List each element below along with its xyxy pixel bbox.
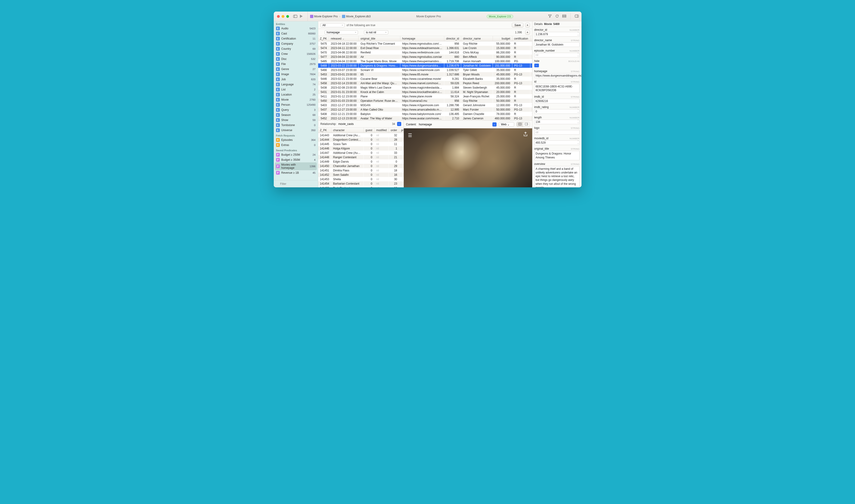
add-condition-button[interactable]: + — [525, 30, 530, 35]
sidebar-item-episodes[interactable]: REpisodes364 — [274, 138, 318, 143]
column-Z_PK[interactable]: Z_PK — [318, 36, 329, 41]
relationship-nav-button[interactable]: › — [397, 122, 401, 126]
column-released[interactable]: released — [329, 36, 358, 41]
sidebar-item-job[interactable]: EJob820 — [274, 77, 318, 82]
rel-table-row[interactable]: 141444Dragonborn Contestant0nil280 — [318, 138, 404, 142]
detail-value-imdb_id[interactable]: tt2906216 — [534, 99, 580, 103]
column-director_name[interactable]: director_name — [461, 36, 493, 41]
share-icon[interactable] — [523, 132, 528, 138]
sidebar-item-crew[interactable]: ECrew156926 — [274, 51, 318, 56]
content-mode-select[interactable]: Web ⌄ — [499, 122, 514, 127]
content-nav-button[interactable]: › — [493, 122, 497, 127]
rel-column-order[interactable]: order — [389, 128, 399, 133]
play-button[interactable] — [298, 14, 304, 19]
minimize-window-button[interactable] — [282, 15, 284, 18]
detail-value-overview[interactable]: A charming thief and a band of unlikely … — [534, 166, 580, 187]
table-row[interactable]: 54312023-01-31 23:00:00Knock at the Cabi… — [318, 90, 532, 94]
sidebar-item-company[interactable]: ECompany3757 — [274, 41, 318, 46]
boolean-toggle[interactable]: − — [534, 64, 539, 67]
content-layout-segment[interactable] — [516, 122, 530, 127]
results-table-wrap[interactable]: Z_PKreleasedoriginal_titlehomepagedirect… — [318, 36, 532, 120]
rel-column-modified[interactable]: modified — [374, 128, 389, 133]
toggle-sidebar-button[interactable] — [292, 14, 298, 19]
predicate-op-select[interactable]: is not nil — [364, 30, 388, 34]
close-window-button[interactable] — [277, 15, 280, 18]
table-row[interactable]: 54582023-02-14 23:00:00Ant-Man and the W… — [318, 81, 532, 85]
sidebar-item-cast[interactable]: ECast80060 — [274, 31, 318, 36]
predicate-attr-select[interactable]: homepage — [325, 30, 358, 34]
detail-value-imdb_rating[interactable]: 0 — [534, 109, 580, 114]
sidebar-item-budget-350m[interactable]: PBudget ≥ 350M4 — [274, 157, 318, 162]
detail-value-episode_number[interactable]: nil — [534, 53, 580, 57]
sidebar-item-language[interactable]: ELanguage74 — [274, 82, 318, 87]
rel-table-row[interactable]: 141455Porb Pirabost0nil121 — [318, 186, 404, 187]
detail-value-id[interactable]: 6E6C1E68-1BE6-4C32-A69E-8C82BFD582DB — [534, 84, 580, 93]
predicate-mode-select[interactable]: All — [320, 23, 345, 27]
sidebar-item-location[interactable]: ELocation25 — [274, 92, 318, 97]
table-row[interactable]: 54742023-04-11 22:00:00Evil Dead Risehtt… — [318, 46, 532, 50]
table-row[interactable]: 54382023-02-08 23:00:00Magic Mike's Last… — [318, 85, 532, 90]
rel-table-row[interactable]: 141448Ranger Contestant0nil210 — [318, 155, 404, 159]
rel-table-row[interactable]: 141449Edgin Darvis0nil01 — [318, 159, 404, 164]
layout-icon[interactable] — [562, 14, 566, 19]
table-row[interactable]: 54772023-04-04 22:00:00Airhttps://www.mg… — [318, 55, 532, 59]
column-homepage[interactable]: homepage — [400, 36, 444, 41]
zoom-window-button[interactable] — [286, 15, 289, 18]
sidebar-item-certification[interactable]: ECertification11 — [274, 36, 318, 41]
detail-value-logo[interactable]: nil — [534, 130, 580, 134]
layout-full-icon[interactable] — [523, 122, 530, 127]
toggle-inspector-button[interactable] — [575, 14, 579, 19]
detail-value-homepage[interactable]: https://www.dungeonsanddragons.movie — [534, 73, 580, 78]
sidebar-item-file[interactable]: EFile2979 — [274, 61, 318, 67]
table-row[interactable]: 54082022-12-21 23:00:00Babylonhttps://ww… — [318, 112, 532, 116]
rel-table-row[interactable]: 141450Chancellor Jarnathan0nil290 — [318, 164, 404, 168]
sidebar-item-image[interactable]: EImage7604 — [274, 72, 318, 77]
relationship-name[interactable]: movie_casts — [338, 122, 390, 126]
table-row[interactable]: 54692023-03-22 23:00:00Dungeons & Dragon… — [318, 64, 532, 68]
filter-icon[interactable] — [548, 14, 552, 19]
rel-table-row[interactable]: 141445Szass Tam0nil111 — [318, 142, 404, 146]
column-certification[interactable]: certification — [512, 36, 530, 41]
sidebar-item-genre[interactable]: EGenre27 — [274, 67, 318, 72]
rel-table-row[interactable]: 141453Sheila0nil300 — [318, 177, 404, 181]
sidebar-item-season[interactable]: ESeason68 — [274, 112, 318, 118]
sidebar-item-disc[interactable]: EDisc532 — [274, 56, 318, 61]
table-row[interactable]: 54032022-12-27 23:00:00M3GANhttps://www.… — [318, 103, 532, 107]
sidebar-item-revenue-1b[interactable]: PRevenue ≥ 1B45 — [274, 170, 318, 175]
sidebar-item-list[interactable]: EList2 — [274, 87, 318, 92]
rel-table-row[interactable]: 141454Barbarian Contestant0nil230 — [318, 181, 404, 186]
crumb-file[interactable]: Movie_Explorer.db3 — [346, 15, 371, 18]
sidebar-item-universe[interactable]: EUniverse350 — [274, 128, 318, 133]
sidebar-item-extras[interactable]: RExtras0 — [274, 143, 318, 148]
web-preview[interactable]: ☰ — [404, 128, 532, 187]
rel-table-row[interactable]: 141447Additional Crew (Australian Dub)0n… — [318, 150, 404, 155]
sidebar-item-movies-with-homepage[interactable]: PMovies with homepage1396 — [275, 162, 317, 170]
sidebar-item-query[interactable]: EQuery3 — [274, 107, 318, 112]
detail-value-original_title[interactable]: Dungeons & Dragons: Honor Among Thieves — [534, 151, 580, 160]
sidebar-item-audio[interactable]: EAudio5423 — [274, 26, 318, 31]
table-row[interactable]: 54852023-04-04 22:00:00The Super Mario B… — [318, 59, 532, 64]
rel-column-character[interactable]: character — [331, 128, 363, 133]
detail-value-length[interactable]: 134 — [534, 120, 580, 124]
detail-value-hide[interactable]: − — [534, 63, 580, 68]
table-row[interactable]: 54462023-02-21 23:00:00Cocaine Bearhttps… — [318, 76, 532, 81]
table-row[interactable]: 54522022-12-13 23:00:00Avatar: The Way o… — [318, 116, 532, 120]
sidebar-item-tombstone[interactable]: ETombstone0 — [274, 123, 318, 128]
refresh-icon[interactable] — [555, 14, 559, 19]
table-row[interactable]: 54372022-12-27 23:00:00A Man Called Otto… — [318, 107, 532, 112]
rel-table-row[interactable]: 141451Dimitra Flass0nil181 — [318, 168, 404, 173]
column-budget[interactable]: budget — [493, 36, 512, 41]
table-row[interactable]: 54532023-03-01 23:00:0065https://www.65.… — [318, 72, 532, 76]
sidebar-item-movie[interactable]: EMovie2760 — [274, 97, 318, 102]
rel-column-profiled[interactable]: profiled — [399, 128, 404, 133]
column-original_title[interactable]: original_title — [358, 36, 400, 41]
save-button[interactable]: Save — [512, 23, 523, 28]
table-row[interactable]: 54702023-04-06 22:00:00Renfieldhttps://w… — [318, 50, 532, 55]
rel-table-row[interactable]: 141452Sven Salafin0nil161 — [318, 173, 404, 177]
sidebar-item-country[interactable]: ECountry69 — [274, 46, 318, 51]
rel-table-row[interactable]: 141443Additional Crew (Australian Dub)0n… — [318, 133, 404, 138]
table-row[interactable]: 54502023-01-03 23:00:00Operation Fortune… — [318, 98, 532, 103]
table-row[interactable]: 54752023-04-18 22:00:00Guy Ritchie's The… — [318, 41, 532, 46]
crumb-app[interactable]: Movie Explorer Pro — [314, 15, 338, 18]
sidebar-item-budget-250m[interactable]: PBudget ≥ 250M24 — [274, 152, 318, 157]
